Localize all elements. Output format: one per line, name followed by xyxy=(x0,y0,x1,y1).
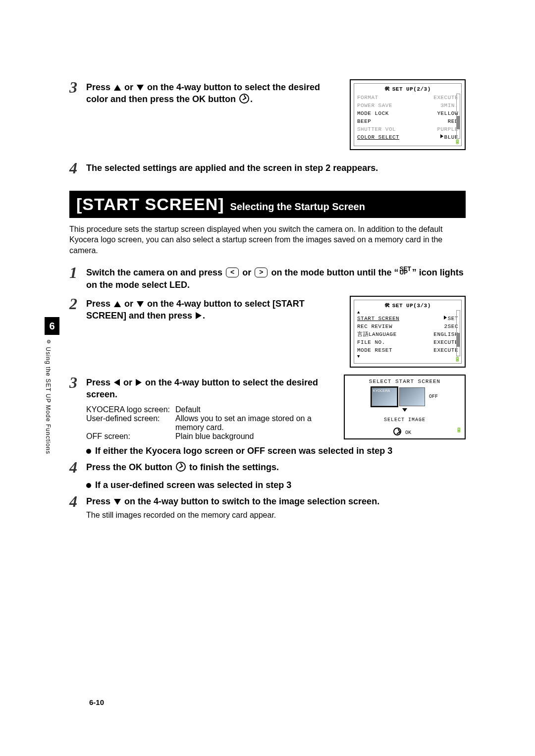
condition-logo-or-off: If either the Kyocera logo screen or OFF… xyxy=(86,446,466,456)
step-4-image-selection: 4 Press on the 4-way button to switch to… xyxy=(69,493,466,520)
select-title: SELECT START SCREEN xyxy=(348,378,462,384)
scrollbar-indicator xyxy=(456,310,460,356)
ok-button-icon xyxy=(176,462,186,472)
lcd-select-start-screen: SELECT START SCREEN KYOCERA OFF SELECT I… xyxy=(344,375,466,439)
lcd-menu-row: START SCREENSET xyxy=(357,315,458,323)
right-triangle-icon xyxy=(136,379,142,386)
chapter-side-tab: 6 ⚙ Using the SET UP Mode Functions xyxy=(45,317,59,575)
step-number: 4 xyxy=(69,160,86,176)
condition-user-defined: If a user-defined screen was selected in… xyxy=(86,480,466,490)
scroll-up-icon: ▲ xyxy=(357,311,458,315)
option-row: KYOCERA logo screen:Default xyxy=(86,405,336,414)
page-number: 6-10 xyxy=(89,698,104,706)
down-triangle-icon xyxy=(402,408,407,412)
step-1-switch-on: 1 Switch the camera on and press < or > … xyxy=(69,265,466,291)
step-3-select-screen: 3 Press or on the 4-way button to select… xyxy=(69,375,466,441)
step-number: 4 xyxy=(69,493,86,509)
thumb-kyocera: KYOCERA xyxy=(372,387,397,406)
step-4-applied: 4 The selected settings are applied and … xyxy=(69,160,466,176)
ok-button-icon xyxy=(239,94,249,104)
right-triangle-icon xyxy=(196,312,202,319)
battery-icon: 🔋 xyxy=(454,139,461,145)
lcd-setup-2-3: 🛠SET UP(2/3) FORMATEXECUTEPOWER SAVE3MIN… xyxy=(350,79,466,150)
chapter-number: 6 xyxy=(45,317,59,335)
tools-icon: 🛠 xyxy=(384,86,390,92)
setup-mode-icon: SETUP xyxy=(399,268,411,274)
step-text: Press or on the 4-way button to select [… xyxy=(86,296,342,322)
section-intro: This procedure sets the startup screen d… xyxy=(69,224,466,256)
bullet-icon xyxy=(86,483,91,488)
lcd-menu-row: POWER SAVE3MIN. xyxy=(357,102,458,110)
lcd-menu-row: MODE RESETEXECUTE xyxy=(357,347,458,355)
step-text: Press the OK button to finish the settin… xyxy=(86,459,466,473)
step-number: 3 xyxy=(69,79,86,95)
chapter-label: ⚙ Using the SET UP Mode Functions xyxy=(45,339,52,454)
down-triangle-icon xyxy=(114,499,121,505)
thumbnail-row: KYOCERA OFF xyxy=(348,387,462,406)
tools-icon: 🛠 xyxy=(384,302,390,309)
section-heading: [START SCREEN] Selecting the Startup Scr… xyxy=(69,191,466,218)
screen-options-list: KYOCERA logo screen:DefaultUser-defined … xyxy=(86,405,336,441)
lcd-menu-row: SHUTTER VOLPURPLE xyxy=(357,126,458,134)
scroll-down-icon: ▼ xyxy=(357,355,458,359)
step-3-color: 3 Press or on the 4-way button to select… xyxy=(69,79,466,150)
manual-page: 6 ⚙ Using the SET UP Mode Functions 3 Pr… xyxy=(0,0,535,756)
lcd-menu-row: FILE NO.EXECUTE xyxy=(357,339,458,347)
step-text: Switch the camera on and press < or > on… xyxy=(86,265,466,291)
lcd-setup-3-3: 🛠SET UP(3/3) ▲ START SCREENSETREC REVIEW… xyxy=(350,296,466,368)
step-2-start-screen: 2 Press or on the 4-way button to select… xyxy=(69,296,466,368)
lcd-menu-row: 言語LANGUAGEENGLISH xyxy=(357,331,458,339)
thumb-user xyxy=(399,387,425,406)
lcd-menu-row: FORMATEXECUTE xyxy=(357,94,458,102)
scrollbar-indicator xyxy=(456,94,460,139)
lcd-menu-row: REC REVIEW2SEC xyxy=(357,323,458,331)
step-text: Press or on the 4-way button to select t… xyxy=(86,375,336,401)
step-number: 4 xyxy=(69,459,86,475)
up-triangle-icon xyxy=(114,85,121,91)
lcd-menu-row: MODE LOCKYELLOW xyxy=(357,110,458,118)
left-key-icon: < xyxy=(226,268,239,277)
step-subtext: The still images recorded on the memory … xyxy=(86,510,466,521)
up-triangle-icon xyxy=(114,301,121,307)
step-number: 3 xyxy=(69,375,86,390)
option-row: OFF screen:Plain blue background xyxy=(86,432,336,441)
battery-icon: 🔋 xyxy=(454,356,461,362)
step-4-finish: 4 Press the OK button to finish the sett… xyxy=(69,459,466,475)
down-triangle-icon xyxy=(137,85,144,91)
step-number: 2 xyxy=(69,296,86,312)
step-text: The selected settings are applied and th… xyxy=(86,160,466,174)
step-text: Press on the 4-way button to switch to t… xyxy=(86,493,466,520)
step-text: Press or on the 4-way button to select t… xyxy=(86,79,342,106)
lcd-menu-row: BEEPRED xyxy=(357,118,458,126)
step-number: 1 xyxy=(69,265,86,280)
heading-title: [START SCREEN] xyxy=(76,195,224,214)
battery-icon: 🔋 xyxy=(456,427,462,433)
lcd-menu-row: COLOR SELECTBLUE xyxy=(357,134,458,142)
ok-indicator: OK xyxy=(392,428,411,435)
option-row: User-defined screen:Allows you to set an… xyxy=(86,414,336,432)
left-triangle-icon xyxy=(114,379,120,386)
bullet-icon xyxy=(86,449,91,454)
heading-subtitle: Selecting the Startup Screen xyxy=(230,201,365,213)
select-image-label: SELECT IMAGE xyxy=(348,417,462,423)
down-triangle-icon xyxy=(137,301,144,307)
right-key-icon: > xyxy=(255,268,268,277)
thumb-off-label: OFF xyxy=(429,394,438,399)
